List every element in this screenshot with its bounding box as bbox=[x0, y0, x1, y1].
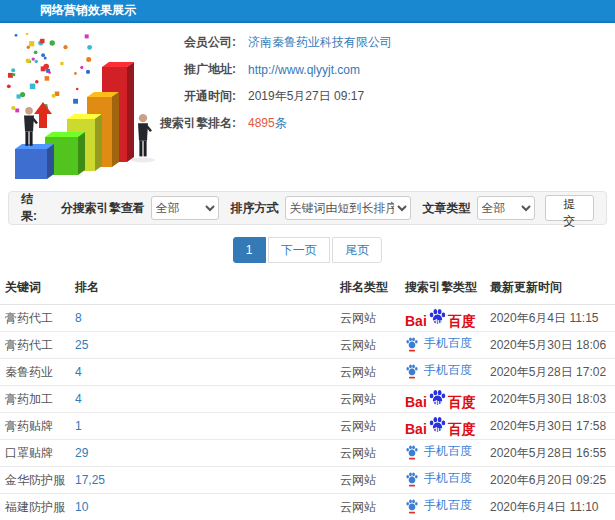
results-table: 关键词 排名 排名类型 搜索引擎类型 最新更新时间 膏药代工8云网站Bai du… bbox=[0, 271, 615, 520]
engine-type-cell: Bai du百度 bbox=[400, 305, 485, 332]
keyword-cell: 福建防护服 bbox=[0, 494, 70, 520]
article-type-select[interactable]: 全部 bbox=[477, 196, 535, 220]
baidu-logo-cn: 百度 bbox=[448, 314, 476, 328]
updated-cell: 2020年6月4日 11:15 bbox=[485, 305, 615, 332]
open-time-label: 开通时间: bbox=[140, 88, 236, 105]
promo-url-link[interactable]: http://www.qlyyjt.com bbox=[248, 63, 360, 77]
member-company-link[interactable]: 济南秦鲁药业科技有限公司 bbox=[248, 34, 392, 51]
baidu-logo-du: du bbox=[428, 426, 447, 434]
mobile-baidu-label: 手机百度 bbox=[424, 470, 472, 487]
mobile-baidu-logo: 手机百度 bbox=[405, 362, 472, 379]
baidu-logo: Bai du百度 bbox=[405, 307, 476, 328]
updated-cell: 2020年6月4日 11:10 bbox=[485, 494, 615, 520]
updated-cell: 2020年5月28日 16:55 bbox=[485, 440, 615, 467]
mobile-baidu-label: 手机百度 bbox=[424, 497, 472, 514]
mobile-baidu-label: 手机百度 bbox=[424, 362, 472, 379]
rank-type-cell: 云网站 bbox=[335, 494, 400, 520]
next-page-button[interactable]: 下一页 bbox=[268, 237, 330, 263]
rank-type-cell: 云网站 bbox=[335, 386, 400, 413]
table-row: 秦鲁药业4云网站 手机百度2020年5月28日 17:02 bbox=[0, 359, 615, 386]
baidu-paw-icon bbox=[405, 336, 419, 352]
rank-cell[interactable]: 1 bbox=[70, 413, 335, 440]
keyword-cell: 秦鲁药业 bbox=[0, 359, 70, 386]
baidu-paw-icon bbox=[405, 444, 419, 460]
mobile-baidu-logo: 手机百度 bbox=[405, 497, 472, 514]
open-time-row: 开通时间: 2019年5月27日 09:17 bbox=[140, 83, 392, 110]
baidu-logo-du: du bbox=[428, 318, 447, 326]
promo-url-label: 推广地址: bbox=[140, 61, 236, 78]
engine-view-label: 分搜索引擎查看 bbox=[61, 200, 145, 217]
updated-cell: 2020年5月30日 17:58 bbox=[485, 413, 615, 440]
table-row: 膏药代工8云网站Bai du百度2020年6月4日 11:15 bbox=[0, 305, 615, 332]
member-company-label: 会员公司: bbox=[140, 34, 236, 51]
header-rank: 排名 bbox=[70, 271, 335, 305]
engine-type-cell: Bai du百度 bbox=[400, 386, 485, 413]
engine-rank-count: 4895 bbox=[248, 116, 275, 130]
submit-button[interactable]: 提交 bbox=[545, 195, 594, 221]
filter-bar: 结果: 分搜索引擎查看 全部 排序方式 关键词由短到长排序 文章类型 全部 提交 bbox=[8, 191, 607, 225]
pagination: 1 下一页 尾页 bbox=[0, 237, 615, 263]
keyword-cell: 膏药贴牌 bbox=[0, 413, 70, 440]
header-updated: 最新更新时间 bbox=[485, 271, 615, 305]
baidu-logo: Bai du百度 bbox=[405, 415, 476, 436]
rank-cell[interactable]: 4 bbox=[70, 359, 335, 386]
rank-cell[interactable]: 10 bbox=[70, 494, 335, 520]
baidu-logo-bai: Bai bbox=[405, 314, 427, 328]
table-row: 口罩贴牌29云网站 手机百度2020年5月28日 16:55 bbox=[0, 440, 615, 467]
baidu-logo-bai: Bai bbox=[405, 395, 427, 409]
updated-cell: 2020年5月30日 18:03 bbox=[485, 386, 615, 413]
engine-type-cell: Bai du百度 bbox=[400, 413, 485, 440]
promo-url-row: 推广地址: http://www.qlyyjt.com bbox=[140, 56, 392, 83]
sort-select[interactable]: 关键词由短到长排序 bbox=[285, 196, 411, 220]
engine-type-cell: 手机百度 bbox=[400, 359, 485, 386]
rank-type-cell: 云网站 bbox=[335, 332, 400, 359]
engine-type-cell: 手机百度 bbox=[400, 440, 485, 467]
mobile-baidu-logo: 手机百度 bbox=[405, 443, 472, 460]
updated-cell: 2020年5月28日 17:02 bbox=[485, 359, 615, 386]
table-header-row: 关键词 排名 排名类型 搜索引擎类型 最新更新时间 bbox=[0, 271, 615, 305]
table-row: 金华防护服17,25云网站 手机百度2020年6月20日 09:25 bbox=[0, 467, 615, 494]
header-rank-type: 排名类型 bbox=[335, 271, 400, 305]
page-button-1[interactable]: 1 bbox=[233, 237, 266, 263]
baidu-logo-cn: 百度 bbox=[448, 422, 476, 436]
rank-type-cell: 云网站 bbox=[335, 440, 400, 467]
engine-type-cell: 手机百度 bbox=[400, 467, 485, 494]
table-row: 福建防护服10云网站 手机百度2020年6月4日 11:10 bbox=[0, 494, 615, 520]
table-row: 膏药加工4云网站Bai du百度2020年5月30日 18:03 bbox=[0, 386, 615, 413]
engine-rank-unit: 条 bbox=[275, 116, 287, 130]
results-table-body: 膏药代工8云网站Bai du百度2020年6月4日 11:15膏药代工25云网站… bbox=[0, 305, 615, 520]
rank-type-cell: 云网站 bbox=[335, 413, 400, 440]
table-row: 膏药代工25云网站 手机百度2020年5月30日 18:06 bbox=[0, 332, 615, 359]
rank-cell[interactable]: 25 bbox=[70, 332, 335, 359]
company-info-section: 会员公司: 济南秦鲁药业科技有限公司 推广地址: http://www.qlyy… bbox=[0, 23, 615, 191]
keyword-cell: 膏药代工 bbox=[0, 305, 70, 332]
updated-cell: 2020年6月20日 09:25 bbox=[485, 467, 615, 494]
engine-view-select[interactable]: 全部 bbox=[151, 196, 219, 220]
rank-type-cell: 云网站 bbox=[335, 467, 400, 494]
mobile-baidu-logo: 手机百度 bbox=[405, 470, 472, 487]
engine-rank-row: 搜索引擎排名: 4895条 bbox=[140, 110, 392, 137]
mobile-baidu-label: 手机百度 bbox=[424, 443, 472, 460]
article-type-label: 文章类型 bbox=[423, 200, 471, 217]
header-engine-type: 搜索引擎类型 bbox=[400, 271, 485, 305]
company-info-lines: 会员公司: 济南秦鲁药业科技有限公司 推广地址: http://www.qlyy… bbox=[140, 29, 392, 137]
keyword-cell: 膏药代工 bbox=[0, 332, 70, 359]
header-keyword: 关键词 bbox=[0, 271, 70, 305]
rank-cell[interactable]: 17,25 bbox=[70, 467, 335, 494]
rank-cell[interactable]: 8 bbox=[70, 305, 335, 332]
engine-rank-label: 搜索引擎排名: bbox=[140, 115, 236, 132]
rank-cell[interactable]: 29 bbox=[70, 440, 335, 467]
engine-rank-value: 4895条 bbox=[248, 115, 287, 132]
keyword-cell: 口罩贴牌 bbox=[0, 440, 70, 467]
open-time-value: 2019年5月27日 09:17 bbox=[248, 88, 364, 105]
baidu-paw-icon bbox=[405, 498, 419, 514]
rank-type-cell: 云网站 bbox=[335, 305, 400, 332]
baidu-logo-bai: Bai bbox=[405, 422, 427, 436]
baidu-paw-icon bbox=[405, 471, 419, 487]
baidu-paw-icon bbox=[405, 363, 419, 379]
last-page-button[interactable]: 尾页 bbox=[332, 237, 382, 263]
baidu-logo: Bai du百度 bbox=[405, 388, 476, 409]
rank-cell[interactable]: 4 bbox=[70, 386, 335, 413]
page-title: 网络营销效果展示 bbox=[0, 0, 615, 23]
engine-type-cell: 手机百度 bbox=[400, 332, 485, 359]
